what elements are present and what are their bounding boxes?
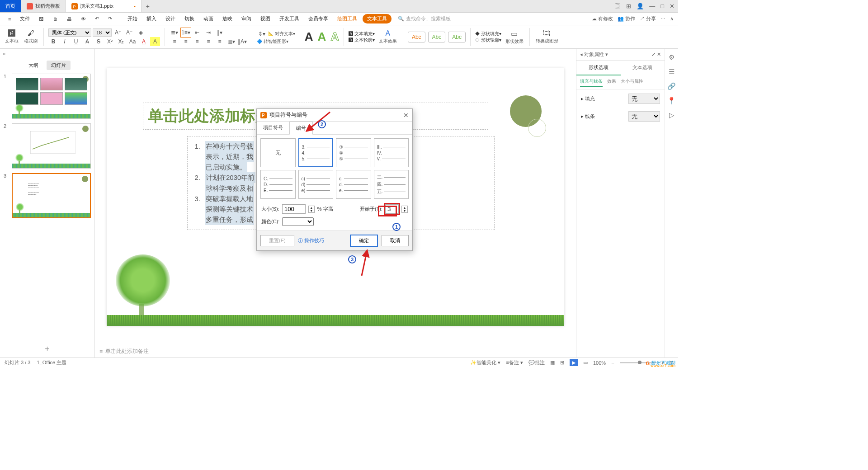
shapefill-button[interactable]: ◆ 形状填充▾ (475, 31, 501, 37)
prop-sub-size[interactable]: 大小与属性 (621, 78, 643, 87)
grow-font-icon[interactable]: A⁺ (113, 28, 123, 37)
prop-tab-text[interactable]: 文本选项 (621, 61, 665, 75)
dialog-tab-bullet[interactable]: 项目符号 (257, 122, 289, 134)
shapeoutline-button[interactable]: ◇ 形状轮廓▾ (475, 37, 501, 43)
prop-tab-shape[interactable]: 形状选项 (576, 61, 621, 75)
strike-icon[interactable]: A̶ (82, 37, 92, 46)
indent-dec-icon[interactable]: ⇤ (192, 28, 202, 37)
menu-insert[interactable]: 插入 (143, 14, 160, 24)
formatbrush-button[interactable]: 🖌格式刷 (23, 29, 39, 44)
align-right-icon[interactable]: ≡ (192, 37, 202, 46)
view-sorter-icon[interactable]: ⊞ (560, 360, 564, 366)
numbering-icon[interactable]: 1≡▾ (181, 28, 191, 37)
shapeeffect-button[interactable]: ▭形状效果 (504, 29, 525, 45)
thumb-3[interactable]: ▪▪▪▪▪▪▪▪▪▪▪▪▪▪▪▪▪▪▪▪▪▪▪▪▪▪▪▪▪▪▪▪▪▪▪▪▪▪▪▪… (12, 173, 91, 218)
dialog-close-icon[interactable]: ✕ (403, 112, 409, 119)
num-cell-2[interactable]: III.IV.V. (374, 138, 409, 167)
fontcolor-icon[interactable]: A (139, 37, 149, 46)
view-read-icon[interactable]: ▭ (583, 360, 588, 366)
convert-button[interactable]: ⿻转换成图形 (534, 29, 560, 44)
redo-icon[interactable]: ↷ (104, 14, 116, 24)
shapestyle-2[interactable]: Abc (428, 32, 446, 42)
size-input[interactable] (282, 204, 306, 214)
menu-design[interactable]: 设计 (162, 14, 179, 24)
textoutline-button[interactable]: 🅰 文本轮廓▾ (349, 37, 375, 43)
bullets-icon[interactable]: ≣▾ (170, 28, 179, 37)
columns-icon[interactable]: ▥▾ (226, 37, 236, 46)
thumb-2[interactable] (12, 123, 91, 169)
num-cell-1[interactable]: ③④⑤ (336, 138, 371, 167)
thumb-1[interactable] (12, 74, 91, 119)
num-cell-3[interactable]: C.D.E. (260, 170, 296, 199)
valign-icon[interactable]: ⇕▾ (257, 29, 267, 38)
num-cell-none[interactable]: 无 (260, 138, 296, 167)
sub-icon[interactable]: X₂ (116, 37, 126, 46)
panel-tab-slides[interactable]: 幻灯片 (47, 61, 71, 70)
maximize-icon[interactable]: □ (660, 3, 664, 9)
menu-animation[interactable]: 动画 (200, 14, 217, 24)
tab-add[interactable]: + (142, 0, 154, 12)
add-slide-button[interactable]: + (0, 341, 94, 357)
tab-templates[interactable]: 找稻壳模板 (21, 0, 66, 12)
minimize-icon[interactable]: — (649, 3, 655, 9)
prop-sub-effect[interactable]: 效果 (607, 78, 616, 87)
wordart-a3[interactable]: A (330, 30, 339, 44)
status-notes[interactable]: ≡备注 ▾ (506, 359, 523, 366)
lineheight-icon[interactable]: ‖▾ (215, 28, 225, 37)
fill-select[interactable]: 无 (628, 94, 660, 104)
shapestyle-3[interactable]: Abc (448, 32, 466, 42)
tool-play-icon[interactable]: ▷ (669, 111, 675, 119)
tool-settings-icon[interactable]: ⚙ (669, 53, 675, 61)
smartart-label[interactable]: 📐 对齐文本▾ (268, 31, 295, 37)
zoom-out-icon[interactable]: − (611, 360, 614, 366)
print-icon[interactable]: 🖶 (63, 14, 75, 24)
fontsize-select[interactable]: 18 (93, 28, 112, 37)
prop-close-icon[interactable]: ✕ (657, 52, 661, 57)
tab-home[interactable]: 首页 (0, 0, 21, 12)
textbox-button[interactable]: 🅰文本框 (4, 29, 20, 44)
color-select[interactable] (282, 217, 314, 226)
num-cell-4[interactable]: c)d)e) (298, 170, 334, 199)
menu-view[interactable]: 视图 (257, 14, 274, 24)
bold-icon[interactable]: B (48, 37, 58, 46)
prop-pin-icon[interactable]: ⤢ (651, 52, 656, 57)
strike2-icon[interactable]: S (94, 37, 104, 46)
status-comment[interactable]: 💬批注 (528, 359, 545, 366)
menu-review[interactable]: 审阅 (238, 14, 255, 24)
menu-devtools[interactable]: 开发工具 (276, 14, 303, 24)
menu-file[interactable]: 文件 (16, 14, 33, 24)
size-spinner[interactable]: ▲▼ (308, 206, 315, 213)
menu-hamburger-icon[interactable]: ≡ (5, 14, 14, 24)
grid-icon[interactable]: ⊞ (626, 3, 631, 9)
saveas-icon[interactable]: 🗎 (49, 14, 61, 24)
menu-more-icon[interactable]: ⋯ (660, 16, 665, 22)
undo-icon[interactable]: ↶ (91, 14, 103, 24)
status-edit[interactable]: ☁ 有修改 (592, 15, 613, 22)
panel-tab-outline[interactable]: 大纲 (24, 61, 43, 70)
menu-drawtools[interactable]: 绘图工具 (334, 14, 361, 24)
view-normal-icon[interactable]: ▦ (550, 360, 555, 366)
menu-texttools[interactable]: 文本工具 (363, 14, 392, 24)
menu-transition[interactable]: 切换 (181, 14, 198, 24)
texteffect-button[interactable]: A文本效果 (377, 29, 398, 44)
dialog-tab-number[interactable]: 编号 (289, 122, 313, 135)
smartgfx-button[interactable]: 🔷 转智能图形▾ (257, 38, 288, 45)
num-cell-0[interactable]: 3.4.5. (298, 138, 334, 167)
textdir-icon[interactable]: ‖A▾ (237, 37, 247, 46)
menu-slideshow[interactable]: 放映 (219, 14, 236, 24)
view-play-icon[interactable]: ▶ (570, 359, 578, 366)
shrink-font-icon[interactable]: A⁻ (124, 28, 134, 37)
super-icon[interactable]: X² (105, 37, 115, 46)
line-select[interactable]: 无 (628, 111, 660, 122)
user-icon[interactable]: 👤 (637, 3, 644, 9)
wordart-a1[interactable]: A (305, 30, 313, 44)
num-cell-6[interactable]: 三.四.五. (374, 170, 409, 199)
preview-icon[interactable]: 👁 (77, 14, 90, 24)
ok-button[interactable]: 确定 (350, 235, 378, 247)
close-window-icon[interactable]: ✕ (670, 3, 675, 9)
indent-inc-icon[interactable]: ⇥ (203, 28, 213, 37)
highlight-icon[interactable]: A (150, 37, 160, 46)
num-cell-5[interactable]: c.d.e. (336, 170, 371, 199)
case-icon[interactable]: Aa (127, 37, 137, 46)
panel-collapse-icon[interactable]: « (0, 49, 94, 59)
